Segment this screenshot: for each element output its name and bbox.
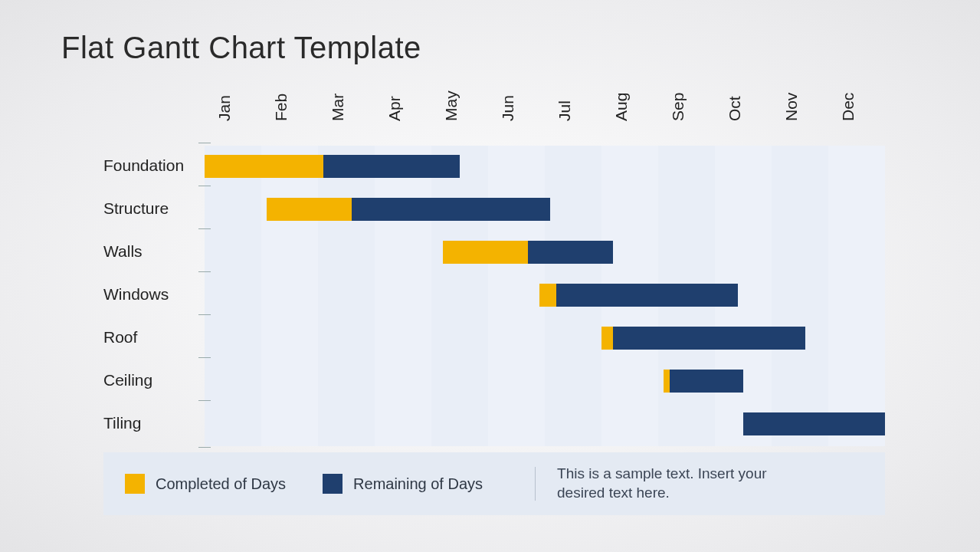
grid-cell [828,146,885,189]
task-label: Walls [103,242,143,261]
grid-cell [658,403,715,446]
grid-cell [488,317,545,360]
bar-completed [267,198,352,221]
grid-cell [431,317,488,360]
footer-text: This is a sample text. Insert your desir… [557,465,787,502]
grid-cell [488,403,545,446]
task-label: Ceiling [103,371,152,389]
bar-remaining [352,198,550,221]
bar-completed [601,327,613,350]
month-label: Jul [556,64,574,121]
task-bar [601,327,805,350]
grid-cell [545,360,601,403]
grid-cell [488,274,545,317]
bar-completed [664,370,669,393]
grid-cell [601,189,658,232]
legend-remaining-label: Remaining of Days [353,475,483,493]
grid-cell [658,232,715,274]
task-label: Structure [103,199,169,218]
gantt-row: Tiling [103,403,885,446]
month-label: Feb [272,64,290,121]
task-bar [539,284,738,307]
bar-remaining [556,284,738,307]
grid-cell [318,232,375,274]
grid-cell [205,232,261,274]
grid-cell [601,146,658,189]
month-axis: JanFebMarAprMayJunJulAugSepOctNovDec [205,83,885,144]
gantt-row: Walls [103,232,885,274]
bar-remaining [323,155,460,178]
slide: Flat Gantt Chart Template JanFebMarAprMa… [0,0,980,552]
grid-cell [318,274,375,317]
grid-cell [205,403,261,446]
legend-completed: Completed of Days [125,474,286,494]
grid-cell [658,146,715,189]
month-label: Jun [499,64,517,121]
gantt-row: Roof [103,317,885,360]
gantt-row: Foundation [103,146,885,189]
grid-cell [545,146,601,189]
month-label: Mar [329,64,347,121]
month-label: Sep [669,64,687,121]
grid-cell [601,403,658,446]
legend-panel: Completed of Days Remaining of Days This… [103,452,885,515]
grid-cell [375,360,431,403]
task-label: Foundation [103,156,184,175]
task-label: Roof [103,328,137,347]
grid-cell [715,189,772,232]
task-bar [743,412,885,435]
gantt-row: Ceiling [103,360,885,403]
grid-cell [488,146,545,189]
legend-completed-label: Completed of Days [156,475,286,493]
grid-cell [375,232,431,274]
task-bar [664,370,743,393]
grid-cell [545,189,601,232]
grid-cell [261,360,318,403]
grid-cell [261,317,318,360]
bar-remaining [670,370,743,393]
grid-cell [772,360,828,403]
grid-cell [431,274,488,317]
task-bar [267,198,550,221]
legend-divider [535,467,536,501]
grid-cell [318,403,375,446]
grid-cell [545,403,601,446]
grid-cell [261,274,318,317]
gantt-row: Windows [103,274,885,317]
month-label: Oct [726,64,744,121]
grid-cell [715,146,772,189]
bar-completed [443,241,528,264]
month-label: Aug [612,64,631,121]
swatch-completed [125,474,145,494]
bar-remaining [613,327,806,350]
task-bar [443,241,613,264]
grid-cell [375,274,431,317]
grid-cell [205,360,261,403]
month-label: May [442,64,461,121]
legend-remaining: Remaining of Days [323,474,483,494]
grid-cell [488,360,545,403]
gantt-chart: JanFebMarAprMayJunJulAugSepOctNovDec Fou… [103,83,885,446]
grid-cell [828,232,885,274]
grid-cell [658,189,715,232]
grid-cell [431,360,488,403]
grid-cell [715,232,772,274]
swatch-remaining [323,474,343,494]
grid-cell [205,189,261,232]
grid-cell [318,317,375,360]
grid [205,360,885,403]
grid-cell [828,274,885,317]
grid-cell [261,232,318,274]
task-label: Windows [103,285,169,304]
grid-cell [375,403,431,446]
grid-cell [601,360,658,403]
grid-cell [205,317,261,360]
grid-cell [828,360,885,403]
gantt-row: Structure [103,189,885,232]
grid-cell [772,232,828,274]
month-label: Jan [215,64,234,121]
grid-cell [375,317,431,360]
grid-cell [772,146,828,189]
task-label: Tiling [103,414,141,432]
month-label: Apr [385,64,404,121]
